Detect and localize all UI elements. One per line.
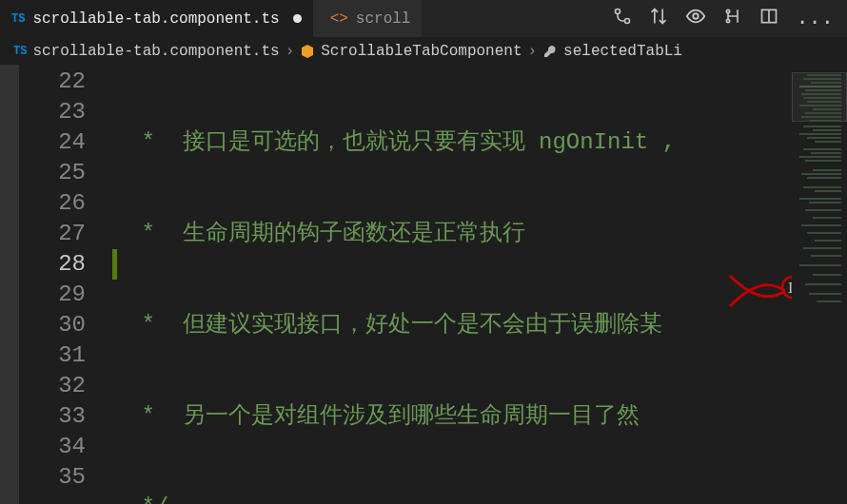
- svg-point-0: [616, 10, 620, 14]
- line-number: 29: [19, 280, 86, 310]
- svg-point-3: [727, 10, 730, 12]
- typescript-icon: TS: [13, 45, 27, 58]
- compare-icon[interactable]: [649, 7, 668, 30]
- line-number: 23: [19, 97, 86, 127]
- tab-secondary-label: scroll: [356, 10, 411, 28]
- line-number: 24: [19, 127, 86, 158]
- editor-tab-active[interactable]: TS scrollable-tab.component.ts: [0, 0, 313, 37]
- typescript-icon: TS: [11, 12, 25, 26]
- line-number: 22: [19, 67, 86, 97]
- code-comment: * 另一个是对组件涉及到哪些生命周期一目了然: [128, 401, 640, 432]
- line-number-gutter: 22 23 24 25 26 27 28 29 30 31 32 33 34 3…: [19, 65, 105, 504]
- class-icon: [300, 44, 315, 59]
- code-editor[interactable]: 22 23 24 25 26 27 28 29 30 31 32 33 34 3…: [19, 65, 847, 504]
- line-number: 32: [19, 371, 86, 401]
- more-actions-icon[interactable]: ...: [796, 9, 834, 29]
- svg-point-4: [727, 19, 730, 22]
- dirty-indicator-icon: [293, 14, 302, 23]
- line-number-current: 28: [19, 249, 86, 280]
- code-comment: */: [128, 493, 168, 504]
- line-number: 30: [19, 310, 86, 340]
- line-number: 27: [19, 219, 86, 249]
- line-number: 34: [19, 432, 86, 462]
- code-comment: * 生命周期的钩子函数还是正常执行: [128, 219, 525, 249]
- tab-filename: scrollable-tab.component.ts: [32, 10, 279, 28]
- svg-point-2: [694, 13, 699, 19]
- chevron-right-icon: ›: [528, 43, 538, 60]
- line-number: 26: [19, 188, 86, 219]
- code-area[interactable]: * 接口是可选的，也就说只要有实现 ngOnInit , * 生命周期的钩子函数…: [105, 65, 847, 504]
- code-comment: * 接口是可选的，也就说只要有实现 ngOnInit ,: [128, 127, 676, 158]
- code-comment: * 但建议实现接口，好处一个是不会由于误删除某: [128, 310, 662, 340]
- breadcrumb-member[interactable]: selectedTabLi: [563, 43, 682, 60]
- editor-tab-bar: TS scrollable-tab.component.ts <> scroll…: [0, 0, 847, 38]
- breadcrumb: TS scrollable-tab.component.ts › Scrolla…: [0, 38, 847, 65]
- code-icon: <>: [330, 10, 348, 28]
- chevron-right-icon: ›: [286, 43, 295, 60]
- breadcrumb-class[interactable]: ScrollableTabComponent: [321, 43, 522, 60]
- editor-tab-secondary[interactable]: <> scroll: [313, 0, 423, 37]
- line-number: 33: [19, 401, 86, 432]
- source-control-icon[interactable]: [613, 7, 632, 30]
- svg-point-1: [625, 19, 630, 24]
- editor-title-actions: ...: [613, 6, 847, 31]
- activity-bar-stub: [0, 65, 19, 504]
- timeline-icon[interactable]: [723, 7, 742, 30]
- property-icon: [542, 44, 558, 59]
- split-editor-icon[interactable]: [759, 7, 778, 30]
- line-number: 35: [19, 462, 86, 493]
- line-number: 31: [19, 340, 86, 371]
- eye-icon[interactable]: [685, 6, 706, 31]
- line-number: 25: [19, 158, 86, 188]
- minimap[interactable]: [792, 65, 847, 504]
- breadcrumb-file[interactable]: scrollable-tab.component.ts: [32, 43, 279, 60]
